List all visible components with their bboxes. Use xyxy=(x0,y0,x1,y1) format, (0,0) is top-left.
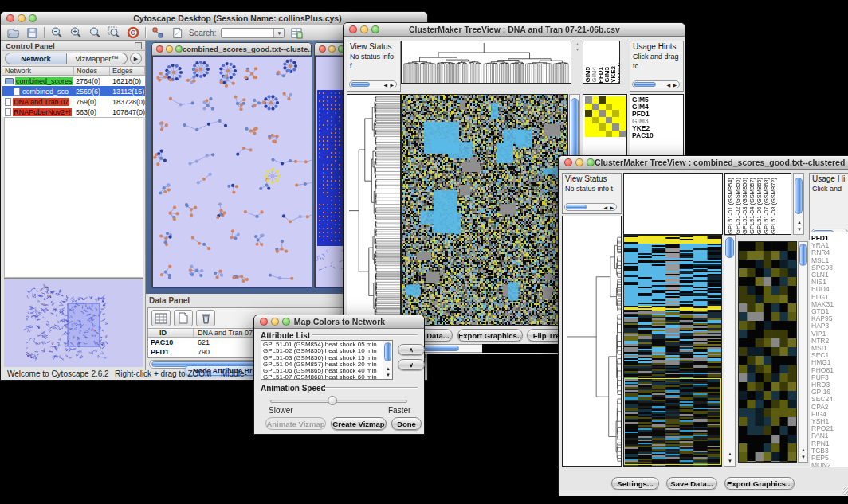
move-up-button[interactable]: ∧ xyxy=(398,344,425,355)
scrollbar-thumb[interactable] xyxy=(566,205,587,209)
tabs-overflow-button[interactable]: ▶ xyxy=(130,53,142,64)
close-button[interactable] xyxy=(6,14,14,22)
network-row[interactable]: DNA and Tran 07769(0)183728(0) xyxy=(2,96,145,107)
minimize-button[interactable] xyxy=(166,45,173,53)
close-button[interactable] xyxy=(156,45,163,53)
zoom-vscrollbar[interactable]: ▲ ▼ xyxy=(798,241,808,463)
save-data-button[interactable]: Save Data... xyxy=(666,477,717,490)
delete-attribute-icon[interactable] xyxy=(196,310,215,326)
scroll-up-icon[interactable]: ▲ xyxy=(797,220,802,225)
done-button[interactable]: Done xyxy=(391,417,422,430)
create-vizmap-button[interactable]: Create Vizmap xyxy=(331,417,387,430)
minimize-button[interactable] xyxy=(271,318,279,326)
import-table-icon[interactable] xyxy=(289,26,304,39)
zoom-button[interactable] xyxy=(175,45,183,53)
scroll-right-icon[interactable]: ▶ xyxy=(610,205,614,210)
scroll-up-icon[interactable]: ▲ xyxy=(386,366,391,371)
attribute-item[interactable]: GPL51-07 (GSM868) heat shock 60 min xyxy=(261,374,392,380)
birdseye-canvas[interactable] xyxy=(4,279,143,365)
zoom-button[interactable] xyxy=(587,158,595,166)
dialog-titlebar[interactable]: Map Colors to Network xyxy=(254,315,424,329)
search-input[interactable]: ▼ xyxy=(221,28,285,38)
column-label[interactable]: GPL51-02 (GSM855) xyxy=(734,178,741,234)
tab-network[interactable]: Network xyxy=(5,53,67,64)
settings-button[interactable]: Settings... xyxy=(611,477,659,490)
scrollbar-thumb[interactable] xyxy=(384,342,391,361)
scroll-left-icon[interactable]: ◀ xyxy=(666,83,670,88)
scrollbar-thumb[interactable] xyxy=(799,244,807,266)
row-dendrogram-canvas[interactable] xyxy=(347,95,400,325)
column-label[interactable]: GPL51-06 (GSM865) xyxy=(756,178,763,234)
slider-thumb[interactable] xyxy=(328,396,337,405)
scroll-right-icon[interactable]: ▶ xyxy=(673,83,677,88)
column-label[interactable]: PAC10 xyxy=(617,63,619,83)
zoom-button[interactable] xyxy=(282,318,290,326)
zoom-button[interactable] xyxy=(29,14,37,22)
labels-vscrollbar[interactable]: ▲ ▼ xyxy=(793,173,804,235)
move-down-button[interactable]: ∨ xyxy=(398,359,425,370)
scrollbar-thumb[interactable] xyxy=(634,82,656,87)
scrollbar-thumb[interactable] xyxy=(725,237,734,258)
network-row[interactable]: combined_sco2569(6)13112(15) xyxy=(2,86,145,96)
chevron-down-icon[interactable]: ▼ xyxy=(273,29,284,37)
minimize-button[interactable] xyxy=(18,14,26,22)
usage-hints-scrollbar[interactable]: ◀ ▶ xyxy=(632,80,680,88)
attribute-listbox[interactable]: GPL51-01 (GSM854) heat shock 05 minGPL51… xyxy=(261,340,393,380)
zoom-out-icon[interactable] xyxy=(49,26,64,39)
column-label[interactable]: GPL51-07 (GSM868) xyxy=(763,178,770,234)
close-button[interactable] xyxy=(349,25,357,33)
row-dendrogram-canvas[interactable] xyxy=(563,217,621,466)
scroll-left-icon[interactable]: ◀ xyxy=(383,83,387,88)
close-button[interactable] xyxy=(260,318,268,326)
close-button[interactable] xyxy=(564,158,572,166)
treeview1-titlebar[interactable]: ClusterMaker TreeView : DNA and Tran 07-… xyxy=(344,23,685,37)
resize-grip[interactable] xyxy=(843,486,848,495)
close-button[interactable] xyxy=(319,45,326,53)
column-label[interactable]: GPL51-04 (GSM857) xyxy=(748,178,756,234)
zoom-fit-icon[interactable] xyxy=(88,26,102,39)
view-status-scrollbar[interactable]: ◀ ▶ xyxy=(564,203,617,211)
annotation-icon[interactable] xyxy=(170,26,184,39)
column-label[interactable]: GPL51-01 (GSM854) xyxy=(727,178,734,234)
select-attributes-button[interactable] xyxy=(151,310,171,326)
column-label[interactable]: GPL51-08 (GSM872) xyxy=(770,178,777,234)
column-label[interactable]: GPL51-03 (GSM856) xyxy=(741,178,748,234)
network-row[interactable]: RNAPuberNov2+!563(0)107847(0) xyxy=(2,107,145,117)
open-file-icon[interactable] xyxy=(6,26,20,39)
save-session-icon[interactable] xyxy=(25,26,39,39)
scroll-left-icon[interactable]: ◀ xyxy=(603,205,607,210)
heatmap-vscrollbar[interactable]: ▲ ▼ xyxy=(724,235,736,467)
scroll-down-icon[interactable]: ▼ xyxy=(801,455,806,459)
zoom-heatmap-canvas[interactable] xyxy=(739,242,796,462)
minimize-button[interactable] xyxy=(328,45,336,53)
tab-vizmapper[interactable]: VizMapper™ xyxy=(67,53,128,64)
scrollbar-thumb[interactable] xyxy=(351,82,370,87)
zoom-in-icon[interactable] xyxy=(69,26,83,39)
new-attribute-button[interactable] xyxy=(174,310,193,326)
scrollbar-thumb[interactable] xyxy=(795,178,803,214)
network-nodes-icon[interactable] xyxy=(151,26,165,39)
scroll-up-icon[interactable]: ▲ xyxy=(801,447,806,452)
network-row[interactable]: combined_scores2764(0)16218(0) xyxy=(2,76,145,86)
scroll-down-icon[interactable]: ▼ xyxy=(797,227,802,232)
heatmap-canvas[interactable] xyxy=(624,236,721,466)
network-canvas[interactable] xyxy=(152,56,312,288)
scroll-down-icon[interactable]: ▼ xyxy=(386,373,391,377)
scroll-up-icon[interactable]: ▲ xyxy=(728,451,732,456)
view-status-scrollbar[interactable]: ◀ ▶ xyxy=(349,80,397,88)
network-window-titlebar[interactable]: combined_scores_good.txt--cluste... xyxy=(152,43,311,56)
minimize-button[interactable] xyxy=(360,25,368,33)
treeview2-titlebar[interactable]: ClusterMaker TreeView : combined_scores_… xyxy=(559,156,848,170)
attribute-list-scrollbar[interactable]: ▲ ▼ xyxy=(383,341,392,379)
float-panel-icon[interactable] xyxy=(135,42,142,49)
animate-vizmap-button[interactable]: Animate Vizmap xyxy=(265,417,326,430)
heatmap-canvas[interactable] xyxy=(402,95,567,325)
scroll-right-icon[interactable]: ▶ xyxy=(390,83,394,88)
export-graphics-button[interactable]: Export Graphics... xyxy=(457,329,523,342)
minimize-button[interactable] xyxy=(575,158,583,166)
zoom-selected-icon[interactable] xyxy=(107,26,121,39)
scroll-down-icon[interactable]: ▼ xyxy=(728,459,732,463)
help-lifering-icon[interactable] xyxy=(126,26,140,39)
animation-speed-slider[interactable] xyxy=(270,400,407,403)
correlation-matrix[interactable] xyxy=(585,96,626,137)
